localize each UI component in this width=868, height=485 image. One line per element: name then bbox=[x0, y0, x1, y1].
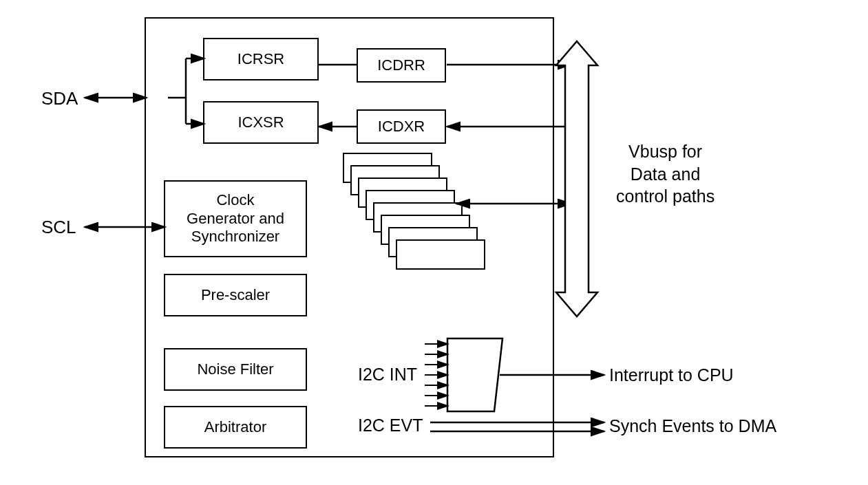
arbitrator-text: Arbitrator bbox=[204, 418, 266, 436]
icxsr-block: ICXSR bbox=[203, 101, 319, 144]
icdxr-block: ICDXR bbox=[357, 109, 446, 144]
scl-label: SCL bbox=[41, 217, 76, 238]
i2c-int-label: I2C INT bbox=[358, 365, 417, 385]
clock-block: Clock Generator and Synchronizer bbox=[164, 180, 307, 257]
i2c-evt-label: I2C EVT bbox=[358, 416, 423, 435]
arbitrator-block: Arbitrator bbox=[164, 406, 307, 449]
stack-rect-8 bbox=[396, 239, 485, 270]
synch-dma-label: Synch Events to DMA bbox=[609, 416, 776, 436]
icrsr-block: ICRSR bbox=[203, 38, 319, 80]
sda-label: SDA bbox=[41, 88, 78, 109]
prescaler-block: Pre-scaler bbox=[164, 274, 307, 316]
icrsr-text: ICRSR bbox=[237, 50, 284, 68]
icdxr-text: ICDXR bbox=[378, 118, 425, 136]
prescaler-text: Pre-scaler bbox=[201, 286, 270, 304]
clock-text: Clock Generator and Synchronizer bbox=[187, 191, 284, 246]
i2c-block-diagram: SDA SCL Vbusp for Data and control paths… bbox=[0, 0, 868, 485]
interrupt-cpu-label: Interrupt to CPU bbox=[609, 365, 734, 385]
vbusp-label: Vbusp for Data and control paths bbox=[616, 140, 714, 208]
icdrr-text: ICDRR bbox=[377, 56, 425, 74]
noise-filter-block: Noise Filter bbox=[164, 348, 307, 391]
noise-filter-text: Noise Filter bbox=[197, 360, 273, 378]
icdrr-block: ICDRR bbox=[357, 48, 446, 83]
icxsr-text: ICXSR bbox=[237, 114, 284, 131]
